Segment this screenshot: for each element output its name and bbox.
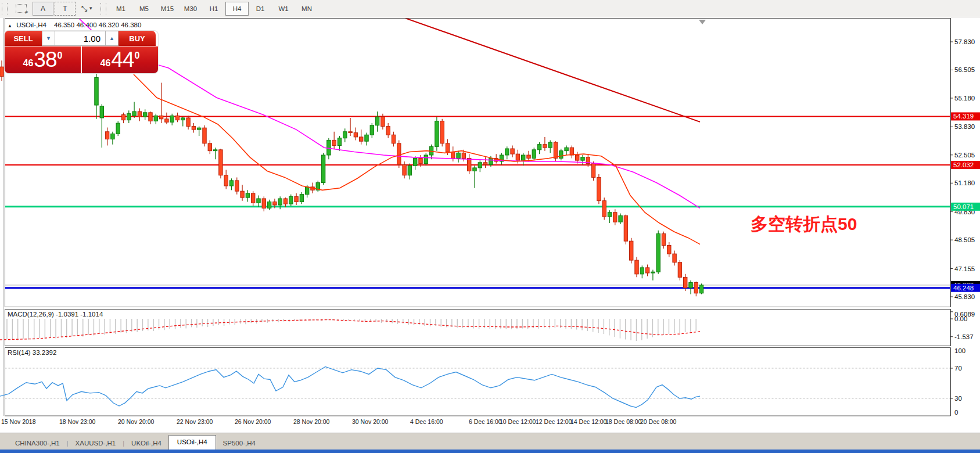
- candle: [192, 127, 195, 130]
- time-axis-label: 30 Nov 20:00: [352, 418, 389, 425]
- tf-button-H1[interactable]: H1: [202, 2, 225, 16]
- candle: [543, 145, 547, 148]
- candle: [694, 282, 698, 293]
- tf-button-W1[interactable]: W1: [272, 2, 295, 16]
- dropdown-caret-icon: ▼: [88, 6, 93, 11]
- candle: [349, 132, 352, 133]
- candle: [408, 166, 411, 175]
- volume-decrease-button[interactable]: ▼: [42, 31, 55, 46]
- candle: [235, 181, 239, 191]
- tf-button-D1[interactable]: D1: [249, 2, 272, 16]
- candle: [149, 113, 152, 121]
- axis-label: 0.00: [954, 315, 967, 322]
- candle: [321, 155, 325, 183]
- candle: [198, 128, 201, 130]
- chart-tab-usoilh4[interactable]: USOil-,H4: [168, 435, 216, 450]
- candle: [483, 163, 487, 165]
- candle: [511, 149, 514, 154]
- tf-button-H4[interactable]: H4: [225, 2, 249, 16]
- candle: [219, 150, 222, 175]
- time-axis-label: 4 Dec 16:00: [410, 418, 443, 425]
- candle: [392, 135, 395, 143]
- chart-tab-sp500h4[interactable]: SP500-,H4: [216, 437, 263, 450]
- candle: [132, 112, 136, 116]
- tf-button-M30[interactable]: M30: [179, 2, 202, 16]
- candle: [360, 137, 363, 141]
- grid-f-icon[interactable]: [10, 2, 31, 16]
- tf-button-MN[interactable]: MN: [295, 2, 318, 16]
- time-axis-label: 22 Nov 23:00: [177, 418, 213, 425]
- axis-label: 30: [954, 395, 962, 402]
- candle: [645, 268, 649, 273]
- cursor-tool-button[interactable]: ⤡ ▼: [77, 2, 98, 16]
- candle: [699, 285, 703, 293]
- ask-price-button[interactable]: 46 44 0: [82, 46, 158, 73]
- candle: [565, 148, 568, 150]
- candle: [100, 106, 103, 118]
- candle: [554, 142, 557, 158]
- toolbar-grip-2[interactable]: [100, 3, 106, 15]
- candle: [478, 163, 482, 168]
- candle: [624, 215, 627, 241]
- candle: [559, 151, 563, 159]
- candle: [283, 199, 287, 204]
- chart-tab-xauusdh1[interactable]: XAUUSD-,H1: [69, 437, 123, 450]
- toolbar-grip[interactable]: [2, 3, 8, 15]
- volume-input[interactable]: [55, 31, 105, 46]
- candle: [306, 187, 309, 195]
- axis-label: -1.537: [954, 333, 974, 340]
- candle: [473, 168, 476, 171]
- axis-label: 52.505: [954, 152, 975, 159]
- candle: [181, 118, 185, 120]
- candle: [224, 175, 228, 186]
- annotation-text[interactable]: 多空转折点50: [751, 213, 857, 236]
- candle: [186, 118, 190, 127]
- tf-button-M1[interactable]: M1: [109, 2, 132, 16]
- sell-button[interactable]: SELL: [5, 31, 42, 46]
- candle: [635, 260, 638, 274]
- axis-label: 47.155: [954, 265, 975, 272]
- tf-button-M15[interactable]: M15: [156, 2, 179, 16]
- candle: [278, 199, 282, 205]
- tf-button-M5[interactable]: M5: [132, 2, 156, 16]
- text-label-a-button[interactable]: A: [33, 2, 53, 16]
- candle: [630, 241, 633, 260]
- candle: [295, 196, 298, 202]
- candle: [667, 245, 671, 254]
- text-t-button[interactable]: T: [55, 2, 76, 16]
- candle: [386, 127, 390, 135]
- candle: [246, 193, 249, 197]
- buy-button[interactable]: BUY: [119, 31, 156, 46]
- chart-tab-bar: CHINA300-,H1|XAUUSD-,H1|UKOil-,H4USOil-,…: [0, 433, 980, 450]
- candle: [435, 121, 439, 146]
- candle: [165, 119, 168, 122]
- time-axis-label: 6 Dec 16:00: [469, 418, 502, 425]
- volume-increase-button[interactable]: ▲: [105, 31, 119, 46]
- candle: [516, 154, 519, 160]
- candle: [343, 132, 347, 138]
- time-axis-label: 18 Nov 23:00: [59, 418, 96, 425]
- candle: [591, 164, 595, 178]
- candle: [608, 213, 611, 217]
- candle: [154, 116, 157, 121]
- candle: [424, 155, 428, 164]
- candle: [662, 233, 665, 245]
- time-axis-label: 18 Dec 08:00: [605, 418, 642, 425]
- candle: [576, 155, 579, 160]
- candle: [208, 143, 211, 151]
- ask-pips: 44: [111, 48, 134, 72]
- bid-price-button[interactable]: 46 38 0: [5, 46, 81, 73]
- grid-icon: [16, 4, 27, 13]
- time-axis-label: 15 Nov 2018: [1, 418, 36, 425]
- chart-tab-ukoilh4[interactable]: UKOil-,H4: [124, 437, 168, 450]
- candle: [505, 149, 509, 155]
- candle: [570, 148, 573, 155]
- candle: [457, 153, 460, 158]
- candle: [522, 155, 525, 160]
- candle: [403, 164, 406, 175]
- candle: [159, 116, 163, 118]
- candle: [640, 268, 644, 274]
- chart-tab-china300h1[interactable]: CHINA300-,H1: [8, 437, 67, 450]
- candle: [397, 143, 401, 165]
- axis-label: 57.830: [954, 38, 975, 45]
